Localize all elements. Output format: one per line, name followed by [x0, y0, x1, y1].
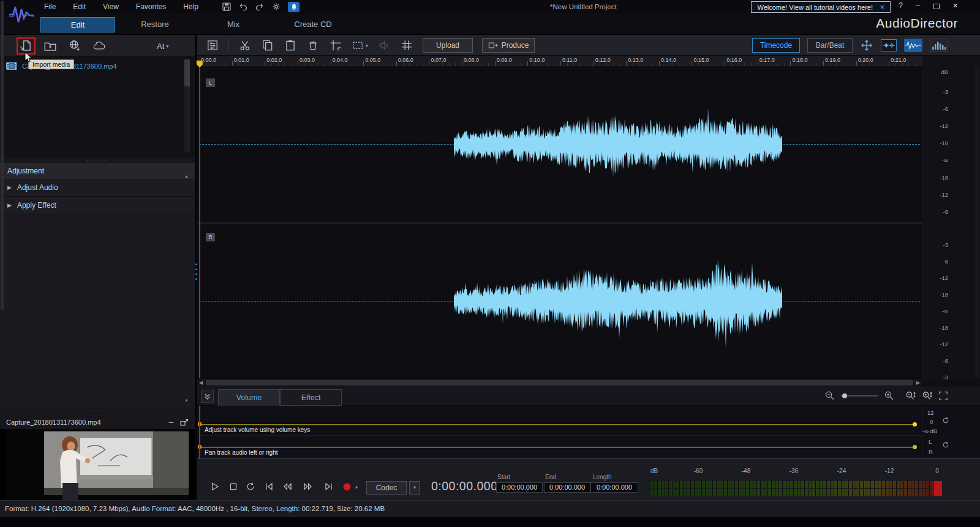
record-button[interactable]	[343, 483, 351, 491]
spectrum-view-button[interactable]	[930, 39, 948, 52]
menu-view[interactable]: View	[94, 0, 127, 13]
go-to-end-button[interactable]	[323, 481, 334, 492]
codec-chevron-icon[interactable]: ▾	[409, 481, 420, 495]
zoom-slider[interactable]	[841, 392, 878, 400]
delete-trash-icon[interactable]	[306, 39, 320, 52]
cut-scissors-icon[interactable]	[238, 39, 252, 52]
keyframe-view-button[interactable]	[881, 39, 897, 51]
menu-favorites[interactable]: Favorites	[127, 0, 175, 13]
trim-icon[interactable]	[329, 39, 342, 52]
menu-file[interactable]: File	[36, 0, 64, 13]
rewind-button[interactable]	[282, 481, 293, 492]
zoom-out-icon[interactable]	[824, 390, 835, 401]
pan-keyframe-line[interactable]	[199, 447, 917, 448]
horizontal-scrollbar[interactable]: ◀ ▶	[197, 378, 922, 387]
undock-preview-icon[interactable]	[179, 418, 189, 427]
playhead-line[interactable]	[199, 406, 200, 458]
ruler-label: 0:07.0	[429, 57, 446, 63]
volume-keyframe-line[interactable]	[199, 424, 917, 425]
volume-line-endpoint[interactable]	[913, 422, 917, 427]
collapse-preview-icon[interactable]: –	[169, 417, 173, 427]
directorzone-download-icon[interactable]	[67, 39, 82, 53]
playhead-marker-icon[interactable]	[196, 60, 203, 68]
end-field-value[interactable]: 0:00:00.000	[544, 482, 590, 493]
go-to-start-button[interactable]	[263, 481, 274, 492]
timeline-ruler[interactable]: 0:00.00:01.00:02.00:03.00:04.00:05.00:06…	[197, 56, 922, 66]
vertical-zoom-out-icon[interactable]	[905, 390, 916, 401]
horizontal-scrollbar-thumb[interactable]	[206, 380, 913, 385]
tab-restore[interactable]: Restore	[115, 13, 195, 35]
length-field-value[interactable]: 0:00:00.000	[590, 482, 638, 493]
timecode-toggle-button[interactable]: Timecode	[752, 38, 800, 53]
scroll-right-icon[interactable]: ▶	[916, 380, 920, 385]
menu-edit[interactable]: Edit	[64, 0, 94, 13]
media-list-scrollbar[interactable]	[184, 59, 190, 153]
import-folder-icon[interactable]	[43, 39, 58, 53]
preview-video-frame[interactable]	[0, 429, 195, 500]
zoom-slider-knob[interactable]	[842, 393, 847, 398]
scroll-down-icon[interactable]: ▼	[184, 398, 189, 403]
media-library-list[interactable]: Capture_20180131173600.mp4	[0, 57, 195, 157]
tutorial-toast[interactable]: Welcome! View all tutorial videos here! …	[751, 1, 891, 13]
section-adjust-audio[interactable]: ▶ Adjust Audio	[0, 179, 195, 197]
waveform-view-button[interactable]	[904, 39, 922, 52]
waveform-right[interactable]	[199, 224, 922, 378]
fit-to-window-icon[interactable]	[938, 391, 948, 401]
codec-button[interactable]: Codec	[366, 481, 407, 495]
nudge-arrows-icon[interactable]	[860, 39, 873, 52]
divider-grip[interactable]	[195, 262, 197, 289]
text-to-speech-button[interactable]: At ▾	[157, 39, 178, 53]
save-icon[interactable]	[222, 2, 232, 12]
clip-properties-icon[interactable]	[206, 39, 219, 52]
fast-forward-button[interactable]	[303, 481, 314, 492]
vertical-scrollbar-thumb[interactable]	[1, 1, 4, 309]
grid-icon[interactable]	[400, 39, 413, 52]
reset-volume-icon[interactable]	[942, 417, 949, 424]
help-button[interactable]: ?	[899, 1, 903, 10]
undo-icon[interactable]	[238, 2, 248, 12]
close-button[interactable]: ×	[953, 1, 958, 10]
zoom-in-icon[interactable]	[884, 390, 894, 401]
record-options-chevron-icon[interactable]: ▾	[355, 485, 358, 490]
range-select-button[interactable]: ▾	[352, 39, 368, 51]
tab-mix[interactable]: Mix	[195, 13, 272, 35]
vertical-scrollbar[interactable]	[975, 66, 979, 378]
notifications-bell-icon[interactable]	[288, 2, 300, 12]
maximize-button[interactable]	[933, 4, 940, 9]
toast-close-icon[interactable]: ×	[880, 4, 884, 11]
tab-edit[interactable]: Edit	[40, 17, 115, 32]
playhead-line[interactable]	[199, 61, 200, 378]
loop-playback-button[interactable]	[245, 481, 256, 492]
upload-button[interactable]: Upload	[423, 38, 473, 53]
channel-left[interactable]: L	[197, 66, 922, 222]
channel-right[interactable]: R	[197, 224, 922, 378]
stop-button[interactable]	[228, 481, 239, 492]
reset-pan-icon[interactable]	[942, 441, 949, 449]
redo-icon[interactable]	[255, 2, 265, 12]
minimize-button[interactable]: –	[916, 1, 920, 10]
scroll-up-icon[interactable]: ▲	[184, 169, 189, 184]
scroll-left-icon[interactable]: ◀	[199, 380, 203, 385]
waveform-left[interactable]	[199, 66, 922, 222]
scrollbar-thumb[interactable]	[184, 59, 190, 86]
collapse-lanes-button[interactable]	[201, 390, 214, 403]
copy-icon[interactable]	[261, 39, 274, 52]
menu-help[interactable]: Help	[175, 0, 207, 13]
play-button[interactable]	[209, 481, 221, 492]
vertical-zoom-in-icon[interactable]	[922, 390, 932, 401]
settings-gear-icon[interactable]	[271, 2, 281, 12]
section-apply-effect[interactable]: ▶ Apply Effect	[0, 197, 195, 214]
barbeat-toggle-button[interactable]: Bar/Beat	[807, 38, 853, 53]
produce-button[interactable]: Produce	[482, 38, 535, 53]
start-field-value[interactable]: 0:00:00.000	[496, 482, 543, 493]
cloud-download-icon[interactable]	[92, 39, 107, 53]
pan-line-endpoint[interactable]	[913, 445, 917, 449]
tab-volume[interactable]: Volume	[218, 389, 280, 406]
panel-splitter-handle[interactable]: ······	[0, 408, 195, 414]
waveform-track-area[interactable]: L R	[197, 66, 922, 378]
panel-splitter-handle[interactable]: ······	[0, 157, 195, 163]
tab-create-cd[interactable]: Create CD	[272, 13, 354, 35]
meter-scale-label: -24	[837, 468, 846, 474]
paste-icon[interactable]	[284, 39, 297, 52]
tab-effect[interactable]: Effect	[280, 389, 342, 406]
